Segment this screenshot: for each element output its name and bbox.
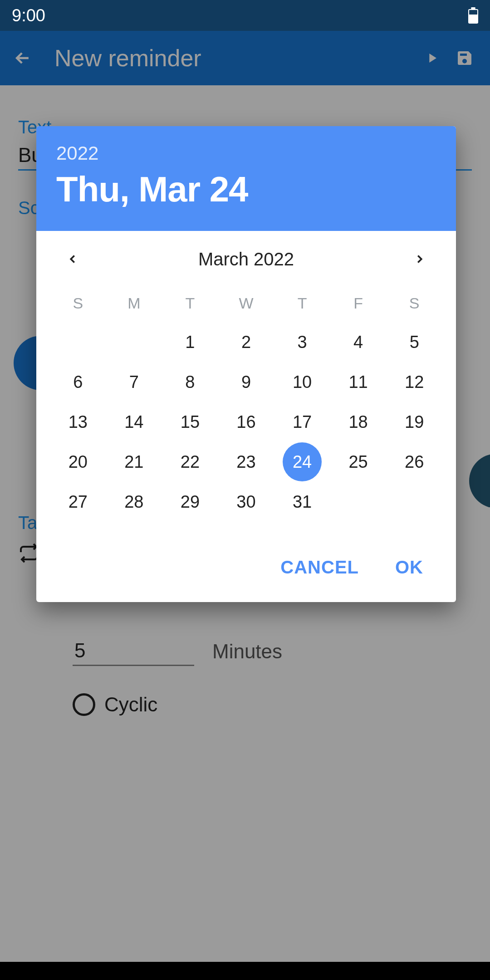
calendar-day[interactable]: 17 [274, 402, 330, 442]
status-time: 9:00 [12, 6, 45, 25]
dialog-actions: CANCEL OK [36, 540, 456, 602]
calendar-day[interactable]: 11 [330, 362, 387, 402]
calendar-day[interactable]: 12 [386, 362, 442, 402]
calendar-day[interactable]: 16 [218, 402, 274, 442]
calendar-empty [330, 482, 387, 522]
calendar-day[interactable]: 29 [162, 482, 218, 522]
month-nav: March 2022 [36, 231, 456, 278]
dow-cell: T [162, 294, 218, 312]
dow-cell: S [386, 294, 442, 312]
calendar-day[interactable]: 10 [274, 362, 330, 402]
calendar-day[interactable]: 21 [106, 442, 162, 482]
ok-button[interactable]: OK [386, 551, 432, 584]
status-bar: 9:00 [0, 0, 490, 31]
calendar-day[interactable]: 26 [386, 442, 442, 482]
calendar-day[interactable]: 14 [106, 402, 162, 442]
calendar-day[interactable]: 20 [50, 442, 106, 482]
calendar-day[interactable]: 30 [218, 482, 274, 522]
calendar-day[interactable]: 25 [330, 442, 387, 482]
calendar-day[interactable]: 7 [106, 362, 162, 402]
calendar-day[interactable]: 18 [330, 402, 387, 442]
dow-cell: S [50, 294, 106, 312]
calendar-day[interactable]: 28 [106, 482, 162, 522]
calendar-week-row: 2728293031 [36, 482, 456, 522]
dow-cell: F [330, 294, 387, 312]
dow-cell: W [218, 294, 274, 312]
calendar-day[interactable]: 15 [162, 402, 218, 442]
battery-icon [468, 7, 478, 24]
dow-cell: M [106, 294, 162, 312]
calendar-day[interactable]: 5 [386, 322, 442, 362]
date-picker-dialog: 2022 Thu, Mar 24 March 2022 SMTWTFS 1234… [36, 126, 456, 602]
calendar-day[interactable]: 23 [218, 442, 274, 482]
calendar-day[interactable]: 3 [274, 322, 330, 362]
calendar-week-row: 20212223242526 [36, 442, 456, 482]
calendar-day[interactable]: 8 [162, 362, 218, 402]
calendar-empty [50, 322, 106, 362]
calendar-week-row: 6789101112 [36, 362, 456, 402]
next-month-button[interactable] [409, 248, 431, 270]
calendar-day[interactable]: 9 [218, 362, 274, 402]
calendar-day[interactable]: 2 [218, 322, 274, 362]
calendar-empty [386, 482, 442, 522]
calendar-day[interactable]: 31 [274, 482, 330, 522]
calendar-body: 1234567891011121314151617181920212223242… [36, 322, 456, 540]
prev-month-button[interactable] [62, 248, 83, 270]
calendar-day[interactable]: 13 [50, 402, 106, 442]
calendar-day[interactable]: 22 [162, 442, 218, 482]
dow-cell: T [274, 294, 330, 312]
month-year-label: March 2022 [198, 249, 294, 270]
calendar-week-row: 12345 [36, 322, 456, 362]
calendar-day[interactable]: 24 [274, 442, 330, 482]
chevron-left-icon [66, 252, 79, 266]
calendar-day[interactable]: 19 [386, 402, 442, 442]
chevron-right-icon [413, 252, 426, 266]
date-display[interactable]: Thu, Mar 24 [56, 169, 436, 210]
calendar-week-row: 13141516171819 [36, 402, 456, 442]
year-selector[interactable]: 2022 [56, 142, 436, 164]
calendar-day[interactable]: 27 [50, 482, 106, 522]
calendar-day[interactable]: 1 [162, 322, 218, 362]
dow-header: SMTWTFS [36, 294, 456, 312]
calendar-day[interactable]: 6 [50, 362, 106, 402]
date-picker-header: 2022 Thu, Mar 24 [36, 126, 456, 231]
cancel-button[interactable]: CANCEL [271, 551, 368, 584]
calendar-day[interactable]: 4 [330, 322, 387, 362]
android-nav-bar [0, 962, 490, 980]
calendar-empty [106, 322, 162, 362]
